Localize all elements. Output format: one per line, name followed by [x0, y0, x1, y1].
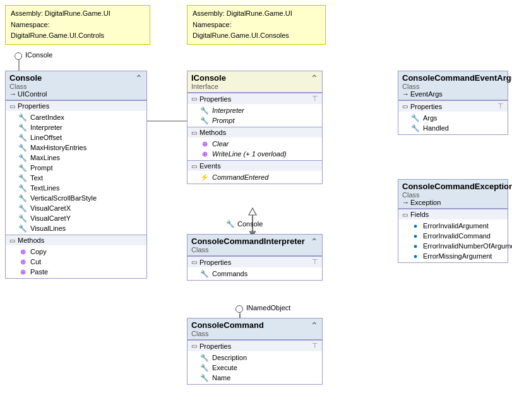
- wrench-icon: 🔧: [18, 123, 27, 132]
- wrench-icon: 🔧: [18, 204, 27, 213]
- cce-fields-section: ▭ Fields ●ErrorInvalidArgument ●ErrorInv…: [398, 209, 508, 262]
- list-item: 🔧Execute: [188, 363, 322, 373]
- console-header: Console Class →UIControl ⌃: [6, 71, 146, 100]
- event-icon: ⚡: [200, 173, 209, 182]
- cce-fields-body: ●ErrorInvalidArgument ●ErrorInvalidComma…: [398, 219, 508, 262]
- list-item: 🔧Description: [188, 353, 322, 363]
- assembly2-line2: Namespace: DigitalRune.Game.UI.Consoles: [193, 20, 320, 42]
- wrench-icon: 🔧: [18, 113, 27, 122]
- cc-props-title: Properties: [199, 342, 231, 350]
- filter-icon[interactable]: ⊤: [312, 258, 318, 266]
- console-methods-header[interactable]: ▭ Methods: [6, 235, 146, 245]
- iconsole-events-header[interactable]: ▭ Events: [188, 161, 322, 171]
- ccea-box: ConsoleCommandEventArgs Class →EventArgs…: [398, 71, 508, 135]
- console-props-title: Properties: [18, 102, 49, 110]
- iconsole-props-collapse-icon[interactable]: ▭: [191, 95, 197, 102]
- wrench-icon: 🔧: [18, 143, 27, 152]
- iconsole-node-label: IConsole: [25, 51, 52, 59]
- iconsole-properties-body: 🔧Interpreter 🔧Prompt: [188, 104, 322, 127]
- cc-expand[interactable]: ⌃: [311, 320, 318, 330]
- svg-marker-5: [249, 208, 256, 215]
- wrench-icon: 🔧: [18, 163, 27, 172]
- method-icon: ⊕: [200, 139, 209, 148]
- connector-console-label-area: 🔧 Console: [226, 219, 263, 228]
- console-expand[interactable]: ⌃: [135, 73, 143, 83]
- cc-subtitle: Class: [191, 330, 264, 337]
- cce-subtitle: Class: [402, 191, 512, 199]
- iconsole-methods-header[interactable]: ▭ Methods: [188, 127, 322, 137]
- assembly1-line2: Namespace: DigitalRune.Game.UI.Controls: [11, 20, 145, 42]
- inamed-node: [235, 305, 243, 313]
- cc-properties-header[interactable]: ▭ Properties ⊤: [188, 341, 322, 351]
- wrench-icon: 🔧: [200, 363, 209, 372]
- ccea-subtitle: Class: [402, 83, 512, 90]
- cce-fields-header[interactable]: ▭ Fields: [398, 209, 508, 219]
- console-properties-section: ▭ Properties 🔧CaretIndex 🔧Interpreter 🔧L…: [6, 100, 146, 235]
- list-item: 🔧Commands: [188, 269, 322, 279]
- console-methods-title: Methods: [18, 236, 44, 244]
- connector-console-label: Console: [237, 220, 263, 228]
- console-title: Console: [9, 73, 47, 83]
- iconsole-events-collapse-icon[interactable]: ▭: [191, 163, 197, 170]
- list-item: ⊕Copy: [6, 247, 146, 257]
- cci-header: ConsoleCommandInterpreter Class ⌃: [188, 235, 322, 256]
- iconsole-events-section: ▭ Events ⚡CommandEntered: [188, 160, 322, 184]
- console-props-collapse-icon[interactable]: ▭: [9, 103, 15, 110]
- cci-properties-body: 🔧Commands: [188, 267, 322, 280]
- ccea-parent: →EventArgs: [402, 90, 512, 98]
- list-item: ⊕Clear: [188, 139, 322, 149]
- cc-box: ConsoleCommand Class ⌃ ▭ Properties ⊤ 🔧D…: [187, 318, 323, 385]
- cc-props-collapse-icon[interactable]: ▭: [191, 342, 197, 349]
- cci-expand[interactable]: ⌃: [311, 236, 318, 247]
- list-item: 🔧Interpreter: [188, 105, 322, 115]
- cci-subtitle: Class: [191, 246, 305, 254]
- console-methods-collapse-icon[interactable]: ▭: [9, 237, 15, 244]
- cce-fields-collapse-icon[interactable]: ▭: [402, 211, 408, 218]
- ccea-props-title: Properties: [410, 103, 442, 110]
- console-class-box: Console Class →UIControl ⌃ ▭ Properties …: [5, 71, 147, 279]
- method-icon: ⊕: [18, 247, 27, 256]
- ccea-props-collapse-icon[interactable]: ▭: [402, 103, 408, 110]
- ccea-properties-header[interactable]: ▭ Properties ⊤: [398, 101, 508, 112]
- filter-icon[interactable]: ⊤: [312, 342, 318, 350]
- iconsole-properties-section: ▭ Properties ⊤ 🔧Interpreter 🔧Prompt: [188, 93, 322, 127]
- wrench-icon: 🔧: [200, 373, 209, 382]
- list-item: ⊕Cut: [6, 257, 146, 267]
- list-item: 🔧Prompt: [6, 163, 146, 173]
- console-properties-header[interactable]: ▭ Properties: [6, 101, 146, 111]
- wrench-icon: 🔧: [18, 224, 27, 233]
- filter-icon[interactable]: ⊤: [497, 102, 504, 110]
- list-item: 🔧Prompt: [188, 115, 322, 125]
- filter-icon[interactable]: ⊤: [312, 95, 318, 103]
- wrench-icon: 🔧: [18, 133, 27, 142]
- cci-properties-section: ▭ Properties ⊤ 🔧Commands: [188, 256, 322, 280]
- cci-properties-header[interactable]: ▭ Properties ⊤: [188, 257, 322, 267]
- console-methods-section: ▭ Methods ⊕Copy ⊕Cut ⊕Paste: [6, 235, 146, 278]
- method-icon: ⊕: [200, 149, 209, 158]
- wrench-icon: 🔧: [411, 124, 420, 132]
- cci-props-collapse-icon[interactable]: ▭: [191, 259, 197, 265]
- wrench-icon: 🔧: [226, 219, 235, 228]
- field-icon: ●: [411, 231, 420, 240]
- iconsole-methods-collapse-icon[interactable]: ▭: [191, 129, 197, 136]
- assembly-box-1: Assembly: DigitalRune.Game.UI Namespace:…: [5, 5, 150, 45]
- cc-properties-body: 🔧Description 🔧Execute 🔧Name: [188, 351, 322, 384]
- iconsole-expand[interactable]: ⌃: [311, 73, 318, 83]
- list-item: ●ErrorInvalidNumberOfArguments: [398, 241, 508, 251]
- wrench-icon: 🔧: [200, 116, 209, 125]
- cce-parent: →Exception: [402, 199, 512, 206]
- list-item: ⊕WriteLine (+ 1 overload): [188, 149, 322, 159]
- list-item: 🔧VerticalScrollBarStyle: [6, 193, 146, 203]
- cci-props-title: Properties: [199, 259, 231, 266]
- list-item: 🔧MaxHistoryEntries: [6, 143, 146, 153]
- iconsole-properties-header[interactable]: ▭ Properties ⊤: [188, 93, 322, 104]
- list-item: 🔧TextLines: [6, 183, 146, 193]
- iconsole-subtitle: Interface: [191, 83, 226, 90]
- cce-title: ConsoleCommandException: [402, 182, 512, 191]
- wrench-icon: 🔧: [200, 269, 209, 278]
- iconsole-header: IConsole Interface ⌃: [188, 71, 322, 93]
- list-item: 🔧MaxLines: [6, 153, 146, 163]
- ccea-header: ConsoleCommandEventArgs Class →EventArgs…: [398, 71, 508, 100]
- list-item: 🔧Interpreter: [6, 122, 146, 132]
- field-icon: ●: [411, 252, 420, 260]
